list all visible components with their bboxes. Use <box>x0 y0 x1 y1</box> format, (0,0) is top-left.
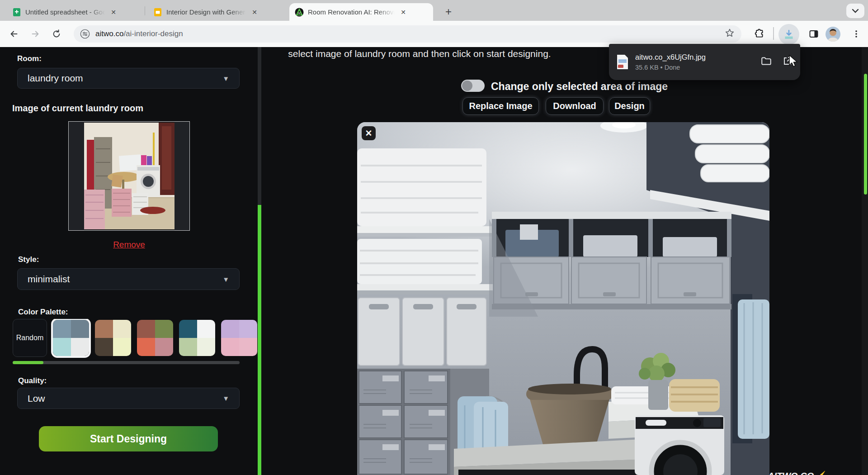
quality-select[interactable]: Low ▼ <box>17 388 240 409</box>
window-chevron-down-icon[interactable] <box>846 4 864 18</box>
kebab-menu-icon[interactable] <box>848 26 864 42</box>
google-slides-icon <box>153 8 162 17</box>
palette-color <box>113 338 131 356</box>
palette-swatch-1[interactable] <box>53 320 89 356</box>
image-of-room-label: Image of current laundry room <box>12 103 143 114</box>
instruction-text: select image of laundry room and then cl… <box>261 48 578 59</box>
download-meta: 35.6 KB • Done <box>635 64 706 71</box>
palette-color <box>239 320 257 338</box>
palette-swatch-3[interactable] <box>137 320 173 356</box>
palette-color <box>155 320 173 338</box>
tab-close-icon[interactable]: ✕ <box>398 7 408 17</box>
color-palette-label: Color Palette: <box>18 308 68 317</box>
address-bar[interactable]: aitwo.co/ai-interior-design <box>74 25 741 43</box>
palette-color <box>71 338 89 356</box>
reload-icon[interactable] <box>49 26 64 42</box>
palette-color <box>71 320 89 338</box>
style-select-value: minimalist <box>28 274 70 285</box>
bookmark-star-icon[interactable] <box>724 28 735 40</box>
site-settings-icon[interactable] <box>80 29 90 39</box>
tab-slides[interactable]: Interior Design with Generativ ✕ <box>148 3 283 21</box>
palette-color <box>155 338 173 356</box>
aitwo-logo-icon <box>295 8 304 17</box>
palette-color <box>53 338 71 356</box>
tab-title: Room Renovation AI: Renovat <box>308 8 396 16</box>
aitwo-watermark: AITWO.CO ⚡ <box>768 470 828 475</box>
current-room-photo <box>69 122 189 230</box>
palette-scrollbar-thumb[interactable] <box>13 361 43 364</box>
toggle-knob <box>462 81 472 91</box>
palette-random-button[interactable]: Random <box>13 319 47 357</box>
palette-color <box>221 338 239 356</box>
palette-color <box>137 320 155 338</box>
design-button[interactable]: Design <box>609 97 650 115</box>
download-popup[interactable]: aitwo.co_x6UjGfn.jpg 35.6 KB • Done <box>609 44 800 80</box>
room-select-value: laundry room <box>28 73 83 84</box>
downloads-button[interactable] <box>778 24 799 45</box>
room-select[interactable]: laundry room ▼ <box>17 68 240 89</box>
palette-color <box>113 320 131 338</box>
palette-color <box>179 320 197 338</box>
mouse-cursor <box>788 54 799 70</box>
download-info: aitwo.co_x6UjGfn.jpg 35.6 KB • Done <box>635 53 706 71</box>
palette-color <box>179 338 197 356</box>
palette-color <box>221 320 239 338</box>
style-select[interactable]: minimalist ▼ <box>17 268 240 290</box>
url-text: aitwo.co/ai-interior-design <box>95 29 183 38</box>
palette-color <box>95 338 113 356</box>
new-tab-button[interactable]: + <box>441 5 456 19</box>
back-icon[interactable] <box>6 26 22 42</box>
palette-color <box>95 320 113 338</box>
profile-avatar[interactable] <box>826 27 840 42</box>
replace-image-button[interactable]: Replace Image <box>462 97 539 115</box>
download-button[interactable]: Download <box>546 97 604 115</box>
style-label: Style: <box>18 255 39 264</box>
tab-title: Interior Design with Generativ <box>166 8 248 16</box>
show-in-folder-icon[interactable] <box>760 55 772 69</box>
palette-color <box>239 338 257 356</box>
tab-close-icon[interactable]: ✕ <box>108 7 118 17</box>
toolbar-divider <box>773 27 774 40</box>
palette-scrollbar-track[interactable] <box>13 361 240 364</box>
side-panel-icon[interactable] <box>806 26 822 42</box>
palette-row: Random <box>13 319 258 359</box>
room-label: Room: <box>17 54 42 63</box>
palette-swatch-2[interactable] <box>95 320 131 356</box>
tab-room-renovation-active[interactable]: Room Renovation AI: Renovat ✕ <box>289 3 433 21</box>
quality-select-value: Low <box>28 393 45 404</box>
renovated-room-image <box>357 122 769 475</box>
palette-color <box>53 320 71 338</box>
sidebar-scrollbar-thumb[interactable] <box>258 205 261 475</box>
forward-icon[interactable] <box>28 26 43 42</box>
tab-close-icon[interactable]: ✕ <box>250 7 259 17</box>
bolt-icon: ⚡ <box>816 471 828 475</box>
download-progress-icon <box>783 28 795 40</box>
start-designing-button[interactable]: Start Designing <box>39 426 218 451</box>
toggle-label: Change only selected area of image <box>491 81 668 93</box>
remove-image-link[interactable]: Remove <box>68 240 190 250</box>
page-scrollbar-thumb[interactable] <box>864 74 867 195</box>
close-image-button[interactable]: ✕ <box>362 126 376 140</box>
tab-spreadsheet[interactable]: Untitled spreadsheet - Googl ✕ <box>7 3 142 21</box>
chevron-down-icon: ▼ <box>222 276 229 283</box>
selected-area-toggle[interactable] <box>461 80 485 92</box>
tab-title: Untitled spreadsheet - Googl <box>25 8 107 16</box>
google-sheets-icon <box>12 8 21 17</box>
sidebar-scrollbar-track[interactable] <box>258 47 261 205</box>
palette-color <box>197 338 215 356</box>
chevron-down-icon: ▼ <box>222 394 229 402</box>
jpg-file-icon <box>616 54 629 70</box>
download-filename: aitwo.co_x6UjGfn.jpg <box>635 53 706 62</box>
tab-divider <box>145 6 145 15</box>
chevron-down-icon: ▼ <box>222 75 229 82</box>
quality-label: Quality: <box>18 376 47 385</box>
palette-swatch-5[interactable] <box>221 320 257 356</box>
renovated-room-scene <box>357 122 769 475</box>
extensions-puzzle-icon[interactable] <box>751 26 768 42</box>
palette-color <box>197 320 215 338</box>
palette-color <box>137 338 155 356</box>
palette-swatch-4[interactable] <box>179 320 215 356</box>
current-room-thumbnail <box>68 121 190 231</box>
